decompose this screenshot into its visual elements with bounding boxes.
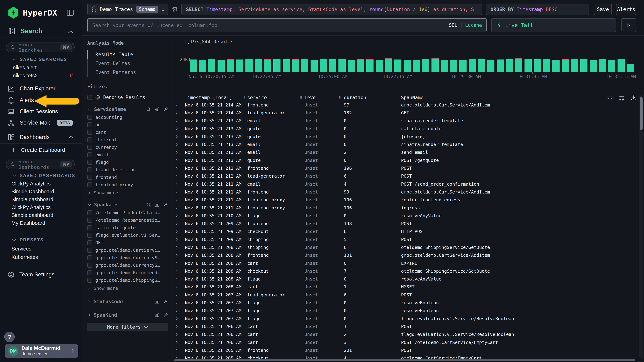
histogram-bar[interactable] — [460, 60, 466, 72]
filter-item[interactable]: frontend — [87, 175, 168, 180]
filter-item[interactable]: currency — [87, 145, 168, 150]
event-search-input[interactable] — [92, 22, 449, 28]
table-row[interactable]: Nov 6 10:35:21.205 AMcheckoutUnset4oteld… — [172, 354, 633, 359]
table-row[interactable]: Nov 6 10:35:21.211 AMfrontend-proxyUnset… — [172, 196, 633, 204]
chevron-right-icon[interactable] — [87, 300, 91, 304]
show-more-button[interactable]: Show more — [87, 286, 168, 291]
table-row[interactable]: Nov 6 10:35:21.206 AMcartUnset2flagd.eva… — [172, 331, 633, 339]
filter-item[interactable]: fraud-detection — [87, 168, 168, 172]
histogram-bar[interactable] — [422, 59, 429, 72]
preset-item[interactable]: Kubernetes — [12, 254, 38, 260]
histogram-bar[interactable] — [496, 59, 504, 72]
lucene-toggle[interactable]: Lucene — [465, 22, 482, 28]
checkbox[interactable] — [87, 168, 92, 172]
checkbox[interactable] — [87, 233, 92, 238]
bar-chart-icon[interactable] — [154, 299, 160, 304]
table-row[interactable]: Nov 6 10:35:21.208 AMshippingUnset6oteld… — [172, 243, 633, 251]
table-row[interactable]: Nov 6 10:35:21.213 AMquoteUnset0calculat… — [172, 125, 633, 133]
checkbox[interactable] — [87, 145, 92, 150]
checkbox[interactable] — [87, 137, 92, 142]
histogram-bar[interactable] — [432, 58, 439, 72]
pin-icon[interactable] — [163, 299, 168, 304]
histogram-bar[interactable] — [385, 58, 392, 72]
chevron-right-icon[interactable] — [87, 313, 91, 317]
histogram-bar[interactable] — [273, 59, 280, 72]
histogram-bar[interactable] — [320, 59, 327, 72]
row-expand-chevron-icon[interactable] — [172, 159, 181, 162]
sidebar-section-search[interactable]: Search — [8, 27, 42, 35]
order-by-input[interactable]: ORDER BY Timestamp DESC — [486, 3, 589, 15]
sql-toggle[interactable]: SQL — [449, 22, 457, 28]
drag-handle-icon[interactable] — [396, 96, 399, 100]
checkbox[interactable] — [87, 270, 92, 275]
checkbox[interactable] — [87, 240, 92, 245]
table-row[interactable]: Nov 6 10:35:21.212 AMload-generatorUnset… — [172, 172, 633, 180]
sidebar-item-dashboards[interactable]: Dashboards — [7, 133, 50, 141]
table-row[interactable]: Nov 6 10:35:21.212 AMfrontendUnset196POS… — [172, 164, 633, 172]
analysis-mode-event-deltas[interactable]: Event Deltas — [87, 59, 168, 68]
filter-item[interactable]: grpc.oteldemo.ShippingS… — [87, 278, 168, 283]
histogram-bar[interactable] — [552, 60, 560, 72]
user-menu[interactable]: DM Dale McDiarmid demo-service - — [5, 344, 78, 358]
table-row[interactable]: Nov 6 10:35:21.209 AMcheckoutUnset6HTTP … — [172, 228, 633, 235]
histogram-bar[interactable] — [478, 59, 485, 72]
histogram-bar[interactable] — [246, 59, 252, 72]
row-expand-chevron-icon[interactable] — [172, 143, 181, 146]
row-expand-chevron-icon[interactable] — [172, 175, 181, 178]
checkbox[interactable] — [87, 122, 92, 127]
row-expand-chevron-icon[interactable] — [172, 127, 181, 130]
histogram-bar[interactable] — [487, 60, 494, 72]
row-expand-chevron-icon[interactable] — [172, 269, 181, 273]
table-row[interactable]: Nov 6 10:35:21.210 AMflagdUnset0resolveA… — [172, 212, 633, 220]
filter-item[interactable]: GET — [87, 240, 168, 245]
table-row[interactable]: Nov 6 10:35:21.209 AMfrontendUnset198POS… — [172, 220, 633, 227]
alerts-button[interactable]: Alerts — [616, 3, 636, 15]
histogram-bar[interactable] — [376, 60, 383, 72]
saved-searches-input[interactable]: Saved Searches ⌘K — [6, 42, 74, 52]
row-expand-chevron-icon[interactable] — [172, 135, 181, 138]
filter-item[interactable]: /oteldemo.ProductCatalo… — [87, 210, 168, 215]
pin-icon[interactable] — [163, 313, 168, 318]
denoise-results-toggle[interactable]: Denoise Results — [87, 95, 168, 100]
filter-item[interactable]: calculate-quote — [87, 225, 168, 230]
row-expand-chevron-icon[interactable] — [172, 349, 181, 352]
show-more-button[interactable]: Show more — [87, 190, 168, 195]
preset-item[interactable]: Services — [12, 246, 31, 252]
drag-handle-icon[interactable] — [300, 96, 302, 100]
histogram-bar[interactable] — [348, 60, 355, 72]
saved-dashboard-item[interactable]: ClickPy Analytics — [12, 181, 51, 187]
histogram-bar[interactable] — [469, 59, 476, 72]
pin-icon[interactable] — [163, 202, 168, 207]
column-header-duration[interactable]: duration — [338, 95, 396, 100]
column-header-timestamp-local-[interactable]: Timestamp (Local) — [181, 95, 242, 100]
checkbox[interactable] — [87, 175, 92, 180]
checkbox[interactable] — [87, 225, 92, 230]
histogram-bar[interactable] — [310, 60, 318, 72]
histogram-bar[interactable] — [413, 60, 420, 72]
play-button[interactable] — [622, 18, 636, 32]
column-header-service[interactable]: service — [242, 95, 299, 100]
histogram-bar[interactable] — [199, 60, 206, 72]
checkbox[interactable] — [87, 160, 92, 165]
filter-group-header[interactable]: StatusCode — [87, 299, 168, 304]
row-expand-chevron-icon[interactable] — [172, 254, 181, 257]
chevron-down-icon[interactable] — [87, 203, 92, 206]
source-selector[interactable]: Demo Traces Schema — [87, 3, 168, 15]
saved-search-item[interactable]: mikes alert — [12, 65, 74, 71]
row-expand-chevron-icon[interactable] — [172, 333, 181, 336]
histogram-bar[interactable] — [255, 59, 262, 72]
row-expand-chevron-icon[interactable] — [172, 151, 181, 154]
filter-item[interactable]: grpc.oteldemo.CartServi… — [87, 248, 168, 252]
row-expand-chevron-icon[interactable] — [172, 182, 181, 186]
row-expand-chevron-icon[interactable] — [172, 357, 181, 359]
sidebar-collapse-icon[interactable] — [66, 8, 74, 17]
row-expand-chevron-icon[interactable] — [172, 230, 181, 233]
checkbox[interactable] — [87, 95, 92, 100]
filter-item[interactable]: accounting — [87, 115, 168, 120]
search-icon[interactable] — [146, 202, 151, 207]
create-dashboard-button[interactable]: Create Dashboard — [10, 147, 65, 153]
saved-dashboard-item[interactable]: ClickPy Analytics — [12, 204, 51, 210]
row-expand-chevron-icon[interactable] — [172, 111, 181, 115]
table-row[interactable]: Nov 6 10:35:21.213 AMquoteUnset0POST /ge… — [172, 156, 633, 164]
analysis-mode-results-table[interactable]: Results Table — [87, 50, 168, 59]
